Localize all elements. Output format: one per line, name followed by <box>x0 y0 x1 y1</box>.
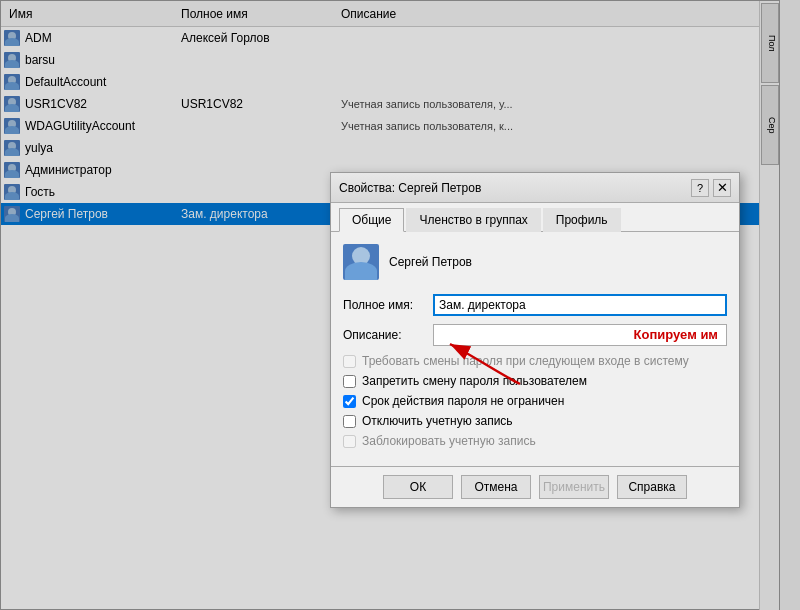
checkbox-lock-account: Заблокировать учетную запись <box>343 434 727 448</box>
description-row: Описание: Копируем им <box>343 324 727 346</box>
help-icon-button[interactable]: ? <box>691 179 709 197</box>
checkbox-disable-account-input[interactable] <box>343 415 356 428</box>
properties-dialog: Свойства: Сергей Петров ? ✕ Общие Членст… <box>330 172 740 508</box>
fullname-input[interactable] <box>433 294 727 316</box>
tab-groups[interactable]: Членство в группах <box>406 208 540 232</box>
fullname-label: Полное имя: <box>343 298 433 312</box>
description-label: Описание: <box>343 328 433 342</box>
cancel-button[interactable]: Отмена <box>461 475 531 499</box>
ok-button[interactable]: ОК <box>383 475 453 499</box>
checkbox-password-never-expires: Срок действия пароля не ограничен <box>343 394 727 408</box>
help-button[interactable]: Справка <box>617 475 687 499</box>
checkbox-password-never-expires-input[interactable] <box>343 395 356 408</box>
dialog-tabs: Общие Членство в группах Профиль <box>331 203 739 232</box>
tab-profile[interactable]: Профиль <box>543 208 621 232</box>
fullname-row: Полное имя: <box>343 294 727 316</box>
user-info-row: Сергей Петров <box>343 244 727 280</box>
dialog-title: Свойства: Сергей Петров <box>339 181 481 195</box>
dialog-body: Сергей Петров Полное имя: Описание: Копи… <box>331 232 739 466</box>
dialog-titlebar: Свойства: Сергей Петров ? ✕ <box>331 173 739 203</box>
dialog-footer: ОК Отмена Применить Справка <box>331 466 739 507</box>
checkbox-require-password-change: Требовать смены пароля при следующем вхо… <box>343 354 727 368</box>
copy-annotation: Копируем им <box>634 327 718 342</box>
dialog-overlay: Свойства: Сергей Петров ? ✕ Общие Членст… <box>0 0 800 610</box>
checkbox-disable-account: Отключить учетную запись <box>343 414 727 428</box>
description-input[interactable]: Копируем им <box>433 324 727 346</box>
user-display-name: Сергей Петров <box>389 255 472 269</box>
checkbox-deny-password-change: Запретить смену пароля пользователем <box>343 374 727 388</box>
tab-general[interactable]: Общие <box>339 208 404 232</box>
checkbox-deny-password-change-input[interactable] <box>343 375 356 388</box>
apply-button[interactable]: Применить <box>539 475 609 499</box>
checkbox-lock-account-input[interactable] <box>343 435 356 448</box>
checkbox-require-password-change-input[interactable] <box>343 355 356 368</box>
checkboxes-section: Требовать смены пароля при следующем вхо… <box>343 354 727 448</box>
close-button[interactable]: ✕ <box>713 179 731 197</box>
avatar <box>343 244 379 280</box>
dialog-controls: ? ✕ <box>691 179 731 197</box>
